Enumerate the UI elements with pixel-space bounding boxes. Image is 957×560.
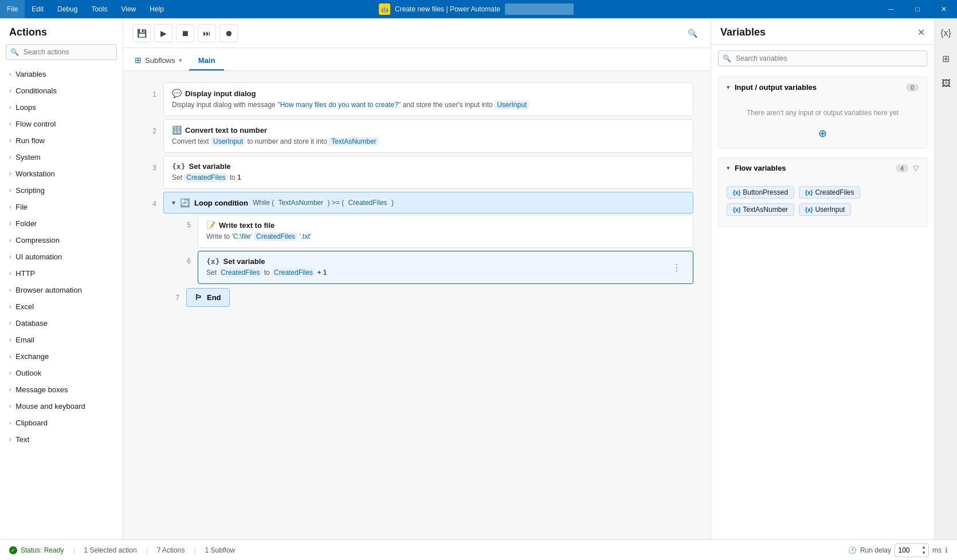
flow-step-2: 2 🔢 Convert text to number Convert text … [140,119,693,155]
minimize-button[interactable]: ─ [878,0,904,18]
stop-button[interactable]: ⏹ [176,24,194,42]
info-icon[interactable]: ℹ [945,546,948,554]
variable-icon-6: {x} [206,257,219,266]
step-card-6[interactable]: {x} Set variable Set CreatedFiles to Cre… [198,251,693,284]
loop-header[interactable]: ▾ 🔄 Loop condition While ( TextAsNumber … [163,192,693,214]
sidebar-item-text[interactable]: ›Text [0,431,123,448]
step-card-2[interactable]: 🔢 Convert text to number Convert text Us… [163,119,693,153]
var-createdfiles-3: CreatedFiles [184,173,228,182]
sidebar-item-loops[interactable]: ›Loops [0,99,123,116]
canvas-area: 💾 ▶ ⏹ ⏭ ⏺ 🔍 ⊞ Subflows ▾ Main 1 [123,18,711,539]
variables-close-button[interactable]: ✕ [917,27,925,38]
step-number-6: 6 [175,251,198,265]
run-delay-input[interactable] [897,546,919,554]
sidebar-item-exchange[interactable]: ›Exchange [0,348,123,365]
image-icon[interactable]: 🖼 [937,74,955,93]
search-actions-input[interactable] [6,44,117,60]
sidebar-item-workstation[interactable]: ›Workstation [0,165,123,182]
var-chip-textasnumber[interactable]: {x} TextAsNumber [727,203,794,216]
flow-step-3: 3 {x} Set variable Set CreatedFiles to 1 [140,156,693,191]
step-card-3[interactable]: {x} Set variable Set CreatedFiles to 1 [163,156,693,189]
chevron-icon: › [9,154,11,160]
var-textasnumber-2: TextAsNumber [329,137,379,146]
chevron-icon: › [9,220,11,227]
var-createdfiles-6a: CreatedFiles [218,268,262,277]
subflows-count: 1 Subflow [205,546,236,554]
save-button[interactable]: 💾 [132,24,151,42]
status-bar: Status: Ready | 1 Selected action | 7 Ac… [0,539,957,560]
flow-section-header[interactable]: ▾ Flow variables 4 ▽ [719,158,927,178]
sidebar-item-system[interactable]: ›System [0,149,123,165]
loop-refresh-icon: 🔄 [180,198,190,207]
sidebar-item-excel[interactable]: ›Excel [0,298,123,315]
sidebar-item-email[interactable]: ›Email [0,332,123,348]
sidebar-item-scripting[interactable]: ›Scripting [0,182,123,199]
io-add-button[interactable]: ⊕ [727,127,919,140]
sidebar-item-outlook[interactable]: ›Outlook [0,365,123,381]
actions-list: ›Variables ›Conditionals ›Loops ›Flow co… [0,66,123,539]
spinner-up[interactable]: ▲ [921,545,926,550]
close-button[interactable]: ✕ [931,0,957,18]
sidebar-item-database[interactable]: ›Database [0,315,123,332]
var-chip-createdfiles[interactable]: {x} CreatedFiles [799,186,860,199]
canvas-search-button[interactable]: 🔍 [683,24,701,42]
sidebar-item-compression[interactable]: ›Compression [0,232,123,249]
menu-view[interactable]: View [114,0,143,18]
sidebar-item-browser-automation[interactable]: ›Browser automation [0,282,123,298]
step-card-1[interactable]: 💬 Display input dialog Display input dia… [163,82,693,116]
step-next-button[interactable]: ⏭ [198,24,216,42]
step-more-menu[interactable]: ⋮ [669,262,685,273]
io-section-header[interactable]: ▾ Input / output variables 0 [719,77,927,97]
spinner-down[interactable]: ▼ [921,550,926,556]
menu-help[interactable]: Help [143,0,171,18]
tab-subflows[interactable]: ⊞ Subflows ▾ [128,51,189,70]
end-card[interactable]: 🏳 End [186,288,230,307]
actions-panel: Actions 🔍 ›Variables ›Conditionals ›Loop… [0,18,123,539]
maximize-button[interactable]: □ [904,0,931,18]
sidebar-item-message-boxes[interactable]: ›Message boxes [0,381,123,398]
run-delay-input-container: ▲ ▼ [895,543,929,557]
loop-body: 5 📝 Write text to file Write to 'C:\file… [175,215,693,286]
search-variables-icon: 🔍 [723,54,731,62]
collapse-icon[interactable]: ▾ [172,199,175,207]
sidebar-item-http[interactable]: ›HTTP [0,265,123,282]
var-chip-icon: {x} [733,207,740,213]
window-controls: ─ □ ✕ [878,0,957,18]
flow-section-count: 4 [896,164,908,172]
menu-tools[interactable]: Tools [84,0,114,18]
sidebar-item-file[interactable]: ›File [0,199,123,215]
sidebar-item-flow-control[interactable]: ›Flow control [0,116,123,132]
sidebar-item-folder[interactable]: ›Folder [0,215,123,232]
chevron-icon: › [9,320,11,326]
sidebar-item-variables[interactable]: ›Variables [0,66,123,82]
sidebar-item-ui-automation[interactable]: ›UI automation [0,249,123,265]
menu-edit[interactable]: Edit [25,0,50,18]
window-title: 🤖 Create new files | Power Automate [379,3,578,15]
loop-title: Loop condition [194,199,248,207]
var-chip-buttonpressed[interactable]: {x} ButtonPressed [727,186,794,199]
flow-section-filter[interactable]: ▽ [913,164,919,172]
variables-panel: Variables ✕ 🔍 ▾ Input / output variables… [711,18,934,539]
chevron-icon: › [9,104,11,111]
step-number-3: 3 [140,156,163,172]
flow-section-title: Flow variables [735,164,891,172]
step-number-5: 5 [175,215,198,229]
sidebar-item-mouse-keyboard[interactable]: ›Mouse and keyboard [0,398,123,415]
step-card-5[interactable]: 📝 Write text to file Write to 'C:\file' … [198,215,693,248]
var-createdfiles-5: CreatedFiles [254,232,297,241]
chevron-icon: › [9,171,11,177]
var-chip-userinput[interactable]: {x} UserInput [799,203,851,216]
run-button[interactable]: ▶ [154,24,172,42]
menu-debug[interactable]: Debug [50,0,84,18]
sidebar-item-clipboard[interactable]: ›Clipboard [0,415,123,431]
sidebar-item-run-flow[interactable]: ›Run flow [0,132,123,149]
tab-main[interactable]: Main [189,52,225,70]
clock-icon: 🕐 [848,546,857,554]
menu-file[interactable]: File [0,0,25,18]
sidebar-item-conditionals[interactable]: ›Conditionals [0,82,123,99]
user-profile[interactable] [505,3,574,15]
search-variables-input[interactable] [718,50,927,66]
variables-toggle-icon[interactable]: {x} [937,24,955,42]
record-button[interactable]: ⏺ [219,24,238,42]
layers-icon[interactable]: ⊞ [937,49,955,68]
